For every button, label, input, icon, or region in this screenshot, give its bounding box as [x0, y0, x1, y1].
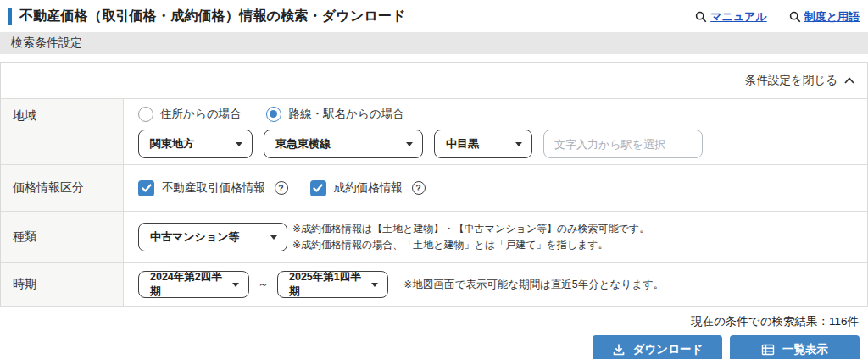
result-count-text: 現在の条件での検索結果：116件	[0, 307, 868, 335]
radio-by-line-station-label: 路線・駅名からの場合	[288, 107, 403, 122]
kind-note-1: ※成約価格情報は【土地と建物】・【中古マンション等】のみ検索可能です。	[292, 221, 649, 237]
station-search-input[interactable]	[543, 130, 703, 158]
glossary-link[interactable]: 制度と用語	[789, 9, 860, 25]
close-conditions-toggle[interactable]: 条件設定を閉じる	[745, 73, 854, 88]
search-conditions-panel: 条件設定を閉じる 地域 住所からの場合 路線・駅名からの場合 関東地方	[0, 62, 868, 307]
price-type-content: 不動産取引価格情報 ? 成約価格情報 ?	[124, 165, 867, 211]
manual-link-label[interactable]: マニュアル	[710, 9, 767, 25]
page-header: 不動産価格（取引価格・成約価格）情報の検索・ダウンロード マニュアル 制度と用語	[0, 0, 868, 30]
station-select-value: 中目黒	[446, 136, 479, 152]
close-conditions-label: 条件設定を閉じる	[745, 73, 837, 88]
period-row: 時期 2024年第2四半期 ～ 2025年第1四半期 ※地図画面で表示可能な期間…	[1, 263, 867, 307]
download-icon	[612, 343, 626, 356]
caret-down-icon	[515, 142, 522, 146]
list-view-button-label: 一覧表示	[782, 342, 828, 357]
checkbox-checked-icon[interactable]	[310, 180, 326, 196]
title-wrap: 不動産価格（取引価格・成約価格）情報の検索・ダウンロード	[8, 8, 406, 25]
radio-by-line-station[interactable]: 路線・駅名からの場合	[266, 107, 403, 122]
page-title: 不動産価格（取引価格・成約価格）情報の検索・ダウンロード	[19, 8, 406, 25]
caret-down-icon	[371, 283, 378, 287]
region-radio-group: 住所からの場合 路線・駅名からの場合	[138, 107, 403, 122]
line-select[interactable]: 東急東横線	[264, 130, 423, 158]
search-conditions-section-bar: 検索条件設定	[0, 32, 868, 54]
price-type-check-group: 不動産取引価格情報 ? 成約価格情報 ?	[138, 180, 426, 196]
period-from-value: 2024年第2四半期	[150, 270, 225, 299]
radio-unselected-icon[interactable]	[138, 107, 153, 122]
region-select-value: 関東地方	[150, 136, 194, 152]
period-to-select[interactable]: 2025年第1四半期	[277, 271, 388, 298]
period-content: 2024年第2四半期 ～ 2025年第1四半期 ※地図画面で表示可能な期間は直近…	[124, 263, 867, 306]
region-select[interactable]: 関東地方	[138, 130, 253, 158]
kind-note-2: ※成約価格情報の場合、「土地と建物」とは「戸建て」を指します。	[292, 237, 649, 253]
kind-content: 中古マンション等 ※成約価格情報は【土地と建物】・【中古マンション等】のみ検索可…	[124, 212, 867, 262]
region-row: 地域 住所からの場合 路線・駅名からの場合 関東地方 東急東横線	[1, 99, 867, 165]
magnifier-icon	[789, 11, 801, 23]
help-icon[interactable]: ?	[275, 181, 288, 195]
kind-notes: ※成約価格情報は【土地と建物】・【中古マンション等】のみ検索可能です。 ※成約価…	[292, 221, 649, 252]
chevron-up-icon	[844, 77, 854, 84]
caret-down-icon	[270, 235, 277, 240]
kind-row: 種類 中古マンション等 ※成約価格情報は【土地と建物】・【中古マンション等】のみ…	[1, 212, 867, 263]
checkbox-transaction-price[interactable]: 不動産取引価格情報 ?	[138, 180, 288, 196]
region-label: 地域	[1, 99, 124, 164]
region-select-line: 関東地方 東急東横線 中目黒	[138, 130, 703, 158]
download-button[interactable]: ダウンロード	[593, 335, 722, 359]
glossary-link-label[interactable]: 制度と用語	[804, 9, 860, 25]
price-type-row: 価格情報区分 不動産取引価格情報 ? 成約価格情報 ?	[1, 165, 867, 212]
checkbox-checked-icon[interactable]	[138, 180, 154, 196]
caret-down-icon	[236, 142, 242, 146]
caret-down-icon	[406, 142, 413, 146]
radio-by-address-label: 住所からの場合	[160, 107, 241, 122]
kind-select-value: 中古マンション等	[150, 229, 240, 245]
period-to-value: 2025年第1四半期	[289, 270, 364, 299]
download-button-label: ダウンロード	[633, 342, 704, 357]
manual-link[interactable]: マニュアル	[695, 9, 767, 25]
period-from-select[interactable]: 2024年第2四半期	[138, 271, 249, 298]
period-label: 時期	[1, 263, 124, 306]
title-accent-bar	[8, 8, 12, 25]
checkbox-transaction-price-label: 不動産取引価格情報	[162, 180, 265, 196]
collapse-row: 条件設定を閉じる	[1, 63, 867, 99]
kind-label: 種類	[1, 212, 124, 262]
period-separator: ～	[258, 277, 269, 292]
caret-down-icon	[232, 283, 239, 287]
kind-select[interactable]: 中古マンション等	[138, 223, 287, 251]
checkbox-contract-price-label: 成約価格情報	[334, 180, 403, 196]
list-view-button[interactable]: 一覧表示	[730, 335, 860, 359]
section-title: 検索条件設定	[11, 36, 82, 51]
radio-selected-icon[interactable]	[266, 107, 281, 122]
line-select-value: 東急東横線	[275, 136, 331, 152]
checkbox-contract-price[interactable]: 成約価格情報 ?	[310, 180, 426, 196]
period-note: ※地図画面で表示可能な期間は直近5年分となります。	[403, 278, 664, 292]
region-content: 住所からの場合 路線・駅名からの場合 関東地方 東急東横線 中目黒	[124, 99, 867, 164]
radio-by-address[interactable]: 住所からの場合	[138, 107, 241, 122]
magnifier-icon	[695, 11, 707, 23]
table-list-icon	[761, 343, 775, 356]
header-links: マニュアル 制度と用語	[695, 9, 860, 25]
action-button-row: ダウンロード 一覧表示	[0, 335, 868, 359]
station-select[interactable]: 中目黒	[434, 130, 532, 158]
help-icon[interactable]: ?	[412, 181, 426, 195]
price-type-label: 価格情報区分	[1, 165, 124, 211]
